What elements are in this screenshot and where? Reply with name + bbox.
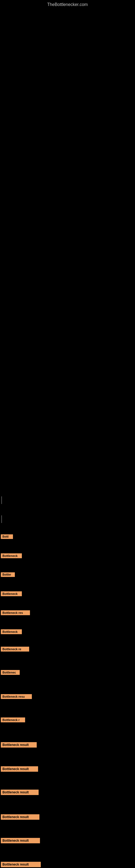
bottleneck-item-10[interactable]: Bottleneck r: [1, 717, 25, 724]
site-title: TheBottlenecker.com: [0, 0, 135, 8]
main-content: Bottl Bottleneck Bottler Bottleneck Bott…: [0, 8, 135, 868]
bottleneck-item-2[interactable]: Bottleneck: [1, 553, 22, 560]
bottleneck-item-6[interactable]: Bottleneck: [1, 629, 22, 636]
bottleneck-item-9[interactable]: Bottleneck resu: [1, 694, 32, 701]
bottleneck-item-4[interactable]: Bottleneck: [1, 591, 22, 598]
bottleneck-item-12[interactable]: Bottleneck result: [1, 766, 38, 773]
bottleneck-item-5[interactable]: Bottleneck res: [1, 610, 30, 617]
bottleneck-item-7[interactable]: Bottleneck re: [1, 647, 29, 653]
bottleneck-item-13[interactable]: Bottleneck result: [1, 789, 39, 797]
bottleneck-item-3[interactable]: Bottler: [1, 572, 15, 579]
vertical-line-2: [1, 516, 2, 523]
bottleneck-item-8[interactable]: Bottlenec: [1, 670, 20, 677]
vertical-line-1: [1, 496, 2, 504]
bottleneck-item-1[interactable]: Bottl: [1, 534, 13, 540]
bottleneck-item-14[interactable]: Bottleneck result: [1, 814, 39, 822]
bottleneck-item-16[interactable]: Bottleneck result: [1, 862, 41, 868]
bottleneck-item-15[interactable]: Bottleneck result: [1, 838, 40, 845]
bottleneck-item-11[interactable]: Bottleneck result: [1, 742, 37, 749]
